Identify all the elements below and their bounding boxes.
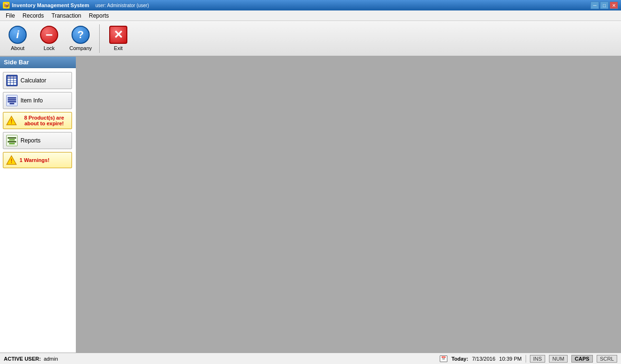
menu-reports[interactable]: Reports — [85, 11, 113, 20]
warning-icon: ! — [6, 155, 17, 165]
company-label: Company — [69, 45, 92, 51]
sidebar: Side Bar Calculator — [0, 57, 76, 353]
title-bar-controls: ─ □ ✕ — [590, 1, 618, 9]
item-info-button[interactable]: Item Info — [3, 92, 72, 109]
title-bar: 📦 Inventory Management System user: Admi… — [0, 0, 621, 10]
today-label: Today: — [451, 356, 468, 362]
expire-warning-button[interactable]: ! 8 Product(s) are about to expire! — [3, 112, 72, 129]
calculator-icon — [6, 75, 18, 86]
sidebar-content: Calculator Item Info ! 8 Product(s) are — [0, 68, 76, 172]
status-bar-left: ACTIVE USER: admin — [4, 356, 434, 362]
app-icon: 📦 — [3, 2, 10, 9]
sidebar-header: Side Bar — [0, 57, 76, 68]
toolbar-separator — [99, 24, 100, 53]
menu-bar: File Records Transaction Reports — [0, 10, 621, 21]
expire-warning-label: 8 Product(s) are about to expire! — [20, 115, 69, 126]
ins-indicator: INS — [530, 355, 545, 363]
calendar-icon: 📅 — [440, 355, 447, 362]
maximize-button[interactable]: □ — [600, 1, 609, 9]
warnings-label: 1 Warnings! — [20, 157, 50, 163]
lock-label: Lock — [43, 45, 54, 51]
title-bar-left: 📦 Inventory Management System user: Admi… — [3, 2, 149, 9]
company-button[interactable]: ? Company — [67, 23, 94, 54]
reports-icon — [6, 135, 18, 146]
about-label: About — [11, 45, 25, 51]
today-value: 7/13/2016 — [472, 356, 496, 362]
exit-icon: ✕ — [109, 26, 127, 44]
warning-expire-icon: ! — [6, 115, 17, 126]
active-user-value: admin — [44, 356, 58, 362]
svg-text:!: ! — [10, 158, 12, 164]
item-info-label: Item Info — [21, 97, 43, 104]
warnings-button[interactable]: ! 1 Warnings! — [3, 152, 72, 168]
scrl-indicator: SCRL — [597, 355, 617, 363]
menu-file[interactable]: File — [2, 11, 19, 20]
lock-button[interactable]: − Lock — [35, 23, 63, 54]
exit-button[interactable]: ✕ Exit — [104, 23, 132, 54]
content-area — [76, 57, 621, 353]
menu-transaction[interactable]: Transaction — [48, 11, 85, 20]
minimize-button[interactable]: ─ — [590, 1, 599, 9]
app-title: Inventory Management System — [12, 2, 89, 8]
calculator-label: Calculator — [21, 77, 46, 84]
toolbar: i About − Lock ? Company ✕ Exit — [0, 21, 621, 57]
reports-button[interactable]: Reports — [3, 132, 72, 149]
active-user-label: ACTIVE USER: — [4, 356, 41, 362]
exit-label: Exit — [114, 45, 123, 51]
reports-label: Reports — [21, 137, 41, 144]
about-icon: i — [9, 26, 27, 44]
close-button[interactable]: ✕ — [610, 1, 618, 9]
time-value: 10:39 PM — [499, 356, 522, 362]
status-bar-right: 📅 Today: 7/13/2016 10:39 PM INS NUM CAPS… — [440, 355, 617, 363]
calculator-button[interactable]: Calculator — [3, 72, 72, 89]
app-subtitle: user: Administrator (user) — [95, 3, 149, 8]
company-icon: ? — [72, 26, 90, 44]
menu-records[interactable]: Records — [19, 11, 48, 20]
main-area: Side Bar Calculator — [0, 57, 621, 353]
item-info-icon — [6, 95, 18, 106]
num-indicator: NUM — [549, 355, 568, 363]
status-divider — [526, 355, 526, 363]
caps-indicator: CAPS — [571, 355, 593, 363]
lock-icon: − — [40, 26, 58, 44]
status-bar: ACTIVE USER: admin 📅 Today: 7/13/2016 10… — [0, 353, 621, 364]
about-button[interactable]: i About — [4, 23, 31, 54]
svg-text:!: ! — [10, 118, 12, 125]
